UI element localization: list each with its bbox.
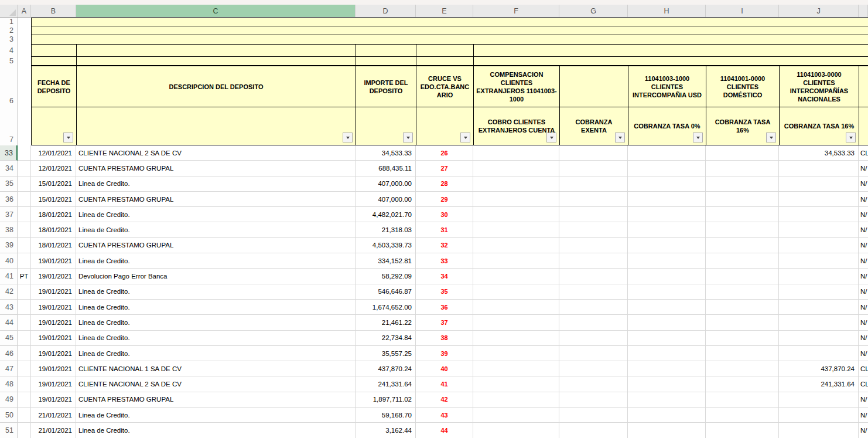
cell-cobranza-0[interactable] bbox=[628, 176, 706, 192]
cell-cruce-numero[interactable]: 26 bbox=[416, 145, 473, 161]
cell-cobranza-16-i[interactable] bbox=[706, 253, 779, 269]
cell-cruce-numero[interactable]: 31 bbox=[416, 222, 473, 237]
cell-importe-deposito[interactable]: 4,482,021.70 bbox=[356, 207, 416, 222]
cell-cobranza-0[interactable] bbox=[628, 253, 706, 269]
cell-marker[interactable] bbox=[18, 176, 31, 192]
row-header[interactable]: 42 bbox=[0, 284, 18, 300]
cell-cobranza-16-j[interactable] bbox=[779, 222, 859, 237]
cell-marker[interactable] bbox=[18, 315, 31, 330]
title-band-row2[interactable] bbox=[31, 26, 868, 35]
cell-compensacion[interactable] bbox=[473, 161, 559, 176]
cell-descripcion-deposito[interactable]: Linea de Credito. bbox=[76, 423, 356, 438]
cell-k-partial[interactable]: N/ bbox=[859, 161, 868, 176]
cell-cobranza-16-i[interactable] bbox=[706, 361, 779, 376]
cell-fecha-deposito[interactable]: 19/01/2021 bbox=[31, 361, 76, 376]
cell-f5-merged[interactable] bbox=[474, 57, 868, 65]
row-header[interactable]: 45 bbox=[0, 331, 18, 346]
cell-cobranza-0[interactable] bbox=[628, 222, 706, 237]
title-band-row1[interactable] bbox=[31, 18, 868, 26]
cell-cobranza-16-j[interactable] bbox=[779, 253, 859, 269]
cell-cobranza-0[interactable] bbox=[628, 207, 706, 222]
cell-cruce-numero[interactable]: 34 bbox=[416, 269, 473, 284]
cell-marker[interactable]: PT bbox=[18, 269, 31, 284]
subheader-cobranza-tasa-0[interactable]: COBRANZA TASA 0% bbox=[628, 107, 706, 145]
cell-k-partial[interactable]: N/ bbox=[859, 331, 868, 346]
cell-cobranza-16-j[interactable] bbox=[779, 346, 859, 361]
cell-cobranza-0[interactable] bbox=[628, 284, 706, 300]
cell-fecha-deposito[interactable]: 19/01/2021 bbox=[31, 315, 76, 330]
cell-cobranza-0[interactable] bbox=[628, 269, 706, 284]
cell-cobranza-exenta[interactable] bbox=[559, 361, 628, 376]
cell-k-partial[interactable]: N/ bbox=[859, 176, 868, 192]
cell-importe-deposito[interactable]: 1,897,711.02 bbox=[356, 392, 416, 408]
cell-cobranza-0[interactable] bbox=[628, 145, 706, 161]
cell-cobranza-16-j[interactable]: 437,870.24 bbox=[779, 361, 859, 376]
cell-fecha-deposito[interactable]: 19/01/2021 bbox=[31, 300, 76, 315]
cell-b4[interactable] bbox=[32, 45, 77, 56]
cell-compensacion[interactable] bbox=[473, 207, 559, 222]
cell-cruce-numero[interactable]: 44 bbox=[416, 423, 473, 438]
cell-importe-deposito[interactable]: 58,292.09 bbox=[356, 269, 416, 284]
subheader-fecha-filter[interactable] bbox=[32, 107, 77, 145]
cell-marker[interactable] bbox=[18, 207, 31, 222]
cell-fecha-deposito[interactable]: 19/01/2021 bbox=[31, 284, 76, 300]
cell-cobranza-16-j[interactable] bbox=[779, 269, 859, 284]
cell-cruce-numero[interactable]: 39 bbox=[416, 346, 473, 361]
cell-compensacion[interactable] bbox=[473, 392, 559, 408]
cell-k-partial[interactable]: CL bbox=[859, 145, 868, 161]
cell-cobranza-0[interactable] bbox=[628, 331, 706, 346]
header-intercompania-usd[interactable]: 11041003-1000 CLIENTES INTERCOMPAÑIA USD bbox=[628, 66, 706, 107]
row-header[interactable]: 2 bbox=[0, 26, 18, 35]
cell-marker[interactable] bbox=[18, 192, 31, 207]
cell-importe-deposito[interactable]: 546,646.87 bbox=[356, 284, 416, 300]
cell-a7[interactable] bbox=[18, 107, 31, 145]
cell-cobranza-16-i[interactable] bbox=[706, 176, 779, 192]
cell-fecha-deposito[interactable]: 19/01/2021 bbox=[31, 376, 76, 392]
cell-descripcion-deposito[interactable]: Linea de Credito. bbox=[76, 284, 356, 300]
cell-c5[interactable] bbox=[77, 57, 356, 65]
cell-cobranza-16-j[interactable] bbox=[779, 392, 859, 408]
filter-button[interactable] bbox=[615, 133, 625, 142]
cell-compensacion[interactable] bbox=[473, 238, 559, 253]
cell-importe-deposito[interactable]: 407,000.00 bbox=[356, 176, 416, 192]
cell-cobranza-16-i[interactable] bbox=[706, 376, 779, 392]
cell-cruce-numero[interactable]: 37 bbox=[416, 315, 473, 330]
column-header[interactable]: C bbox=[76, 5, 356, 17]
cell-k-partial[interactable]: N/ bbox=[859, 315, 868, 330]
header-clientes-domestico[interactable]: 11041001-0000 CLIENTES DOMÉSTICO bbox=[706, 66, 780, 107]
cell-marker[interactable] bbox=[18, 331, 31, 346]
cell-fecha-deposito[interactable]: 21/01/2021 bbox=[31, 408, 76, 423]
cell-importe-deposito[interactable]: 4,503,339.73 bbox=[356, 238, 416, 253]
cell-f4-merged[interactable] bbox=[474, 45, 868, 56]
cell-cobranza-exenta[interactable] bbox=[559, 207, 628, 222]
row-header[interactable]: 40 bbox=[0, 253, 18, 269]
cell-compensacion[interactable] bbox=[473, 331, 559, 346]
cell-importe-deposito[interactable]: 437,870.24 bbox=[356, 361, 416, 376]
cell-cruce-numero[interactable]: 42 bbox=[416, 392, 473, 408]
cell-marker[interactable] bbox=[18, 284, 31, 300]
row-header[interactable]: 34 bbox=[0, 161, 18, 176]
cell-cobranza-exenta[interactable] bbox=[559, 222, 628, 237]
cell-compensacion[interactable] bbox=[473, 300, 559, 315]
cell-k-partial[interactable]: N/ bbox=[859, 408, 868, 423]
cell-compensacion[interactable] bbox=[473, 222, 559, 237]
cell-marker[interactable] bbox=[18, 423, 31, 438]
cell-cobranza-exenta[interactable] bbox=[559, 392, 628, 408]
column-header[interactable]: E bbox=[416, 5, 473, 17]
cell-k-partial[interactable]: N/ bbox=[859, 300, 868, 315]
cell-cobranza-0[interactable] bbox=[628, 423, 706, 438]
cell-marker[interactable] bbox=[18, 346, 31, 361]
cell-fecha-deposito[interactable]: 18/01/2021 bbox=[31, 207, 76, 222]
cell-cruce-numero[interactable]: 27 bbox=[416, 161, 473, 176]
row-header[interactable]: 43 bbox=[0, 300, 18, 315]
cell-a6[interactable] bbox=[18, 65, 31, 107]
row-header[interactable]: 44 bbox=[0, 315, 18, 330]
cell-cobranza-exenta[interactable] bbox=[559, 331, 628, 346]
cell-descripcion-deposito[interactable]: Linea de Credito. bbox=[76, 176, 356, 192]
cell-marker[interactable] bbox=[18, 376, 31, 392]
cell-cobranza-0[interactable] bbox=[628, 376, 706, 392]
row-header[interactable]: 33 bbox=[0, 145, 18, 161]
title-band-row3[interactable] bbox=[31, 35, 868, 44]
cell-cruce-numero[interactable]: 33 bbox=[416, 253, 473, 269]
subheader-cobranza-tasa-16-i[interactable]: COBRANZA TASA 16% bbox=[706, 107, 780, 145]
